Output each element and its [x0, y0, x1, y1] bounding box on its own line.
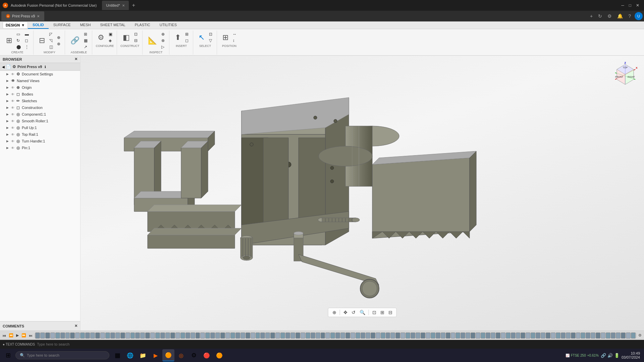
timeline-item-104[interactable] [556, 333, 560, 339]
taskbar-app-chrome[interactable]: 🟠 [162, 349, 174, 361]
timeline-item-20[interactable] [135, 333, 140, 339]
timeline-item-77[interactable] [421, 333, 425, 339]
tab-add-icon[interactable]: + [588, 13, 594, 19]
timeline-item-16[interactable] [115, 333, 120, 339]
timeline-item-65[interactable] [361, 333, 365, 339]
pos-2-btn[interactable]: ↕ [231, 38, 238, 44]
measure-btn[interactable]: 📐 [146, 35, 159, 46]
timeline-item-97[interactable] [521, 333, 525, 339]
timeline-item-19[interactable] [130, 333, 135, 339]
ribbon-tab-plastic[interactable]: PLASTIC [130, 21, 155, 29]
timeline-item-11[interactable] [90, 333, 95, 339]
timeline-item-108[interactable] [576, 333, 581, 339]
construct-2-btn[interactable]: ⊟ [132, 38, 139, 44]
tree-item-component1[interactable]: ▶ 👁 ◎ Component1:1 [0, 111, 80, 118]
construct-1-btn[interactable]: ⊡ [132, 31, 139, 37]
timeline-item-39[interactable] [230, 333, 235, 339]
timeline-item-79[interactable] [431, 333, 435, 339]
timeline-item-109[interactable] [581, 333, 585, 339]
config-1-btn[interactable]: ▣ [107, 31, 114, 37]
timeline-item-9[interactable] [80, 333, 85, 339]
configure-btn[interactable]: ⚙ [96, 32, 106, 43]
tree-item-sketches[interactable]: ▶ 👁 ✏ Sketches [0, 98, 80, 104]
tree-item-toprail[interactable]: ▶ 👁 ◎ Top Rail:1 [0, 131, 80, 138]
timeline-item-47[interactable] [270, 333, 275, 339]
timeline-item-91[interactable] [491, 333, 495, 339]
timeline-item-8[interactable] [75, 333, 80, 339]
taskbar-app-settings[interactable]: ⚙ [188, 349, 200, 361]
timeline-item-117[interactable] [621, 333, 626, 339]
display-mode-btn[interactable]: ⊡ [371, 309, 378, 316]
new-tab-button[interactable]: + [129, 2, 138, 9]
timeline-item-42[interactable] [246, 333, 250, 339]
construct-plane-btn[interactable]: ◧ [121, 32, 132, 43]
pos-1-btn[interactable]: ↔ [231, 31, 238, 37]
tree-item-namedviews[interactable]: ▶ 👁 Named Views [0, 77, 80, 84]
timeline-item-29[interactable] [180, 333, 185, 339]
timeline-item-69[interactable] [381, 333, 385, 339]
select-btn[interactable]: ↖ [197, 32, 207, 43]
insert-1-btn[interactable]: ⊞ [183, 31, 190, 37]
taskbar-app-fusion[interactable]: ◎ [175, 349, 187, 361]
box-btn[interactable]: ◻ [23, 38, 31, 44]
ribbon-tab-mesh[interactable]: MESH [75, 21, 96, 29]
more-create-btn[interactable]: ⋮ [23, 44, 31, 50]
select-filter-btn[interactable]: ▽ [207, 38, 214, 44]
minimize-button[interactable]: ─ [619, 2, 626, 8]
timeline-item-116[interactable] [616, 333, 621, 339]
settings-vp-btn[interactable]: ⊟ [387, 309, 394, 316]
revolve-btn[interactable]: ↻ [15, 38, 22, 44]
orbit-btn[interactable]: ↺ [350, 309, 357, 316]
timeline-item-99[interactable] [531, 333, 535, 339]
pan-btn[interactable]: ✥ [342, 309, 349, 316]
timeline-item-12[interactable] [95, 333, 100, 339]
timeline-item-112[interactable] [596, 333, 600, 339]
timeline-item-48[interactable] [275, 333, 280, 339]
timeline-item-110[interactable] [586, 333, 590, 339]
timeline-item-76[interactable] [416, 333, 420, 339]
timeline-item-87[interactable] [471, 333, 475, 339]
timeline-item-33[interactable] [200, 333, 205, 339]
timeline-item-22[interactable] [145, 333, 150, 339]
insert-2-btn[interactable]: ◻ [183, 38, 190, 44]
timeline-item-0[interactable] [35, 333, 40, 339]
fit-screen-btn[interactable]: ⊕ [331, 309, 338, 316]
joint-btn[interactable]: 🔗 [68, 35, 82, 46]
timeline-item-98[interactable] [526, 333, 530, 339]
timeline-item-63[interactable] [351, 333, 355, 339]
timeline-item-38[interactable] [225, 333, 230, 339]
timeline-item-30[interactable] [185, 333, 190, 339]
timeline-item-53[interactable] [301, 333, 305, 339]
timeline-item-86[interactable] [466, 333, 470, 339]
timeline-item-56[interactable] [316, 333, 320, 339]
as-built-joint-btn[interactable]: ⊞ [82, 31, 89, 37]
timeline-first-btn[interactable]: ⏮ [1, 333, 7, 338]
drive-joint-btn[interactable]: ↗ [82, 44, 89, 50]
timeline-item-85[interactable] [461, 333, 465, 339]
timeline-item-36[interactable] [215, 333, 220, 339]
timeline-item-80[interactable] [436, 333, 440, 339]
timeline-item-113[interactable] [601, 333, 605, 339]
timeline-item-93[interactable] [501, 333, 505, 339]
tree-item-turnhandle[interactable]: ▶ 👁 ◎ Turn Handle:1 [0, 138, 80, 144]
tab-untitled[interactable]: Untitled* ✕ [102, 1, 129, 10]
tray-network-icon[interactable]: 🔗 [601, 353, 606, 358]
taskbar-app-misc2[interactable]: 🟠 [213, 349, 225, 361]
timeline-item-57[interactable] [321, 333, 325, 339]
maximize-button[interactable]: □ [627, 2, 633, 8]
ribbon-tab-solid[interactable]: SOLID [28, 21, 49, 29]
timeline-item-52[interactable] [296, 333, 300, 339]
tree-item-origin[interactable]: ▶ 👁 ⊕ Origin [0, 84, 80, 91]
timeline-item-32[interactable] [196, 333, 200, 339]
timeline-item-100[interactable] [536, 333, 540, 339]
timeline-item-90[interactable] [486, 333, 490, 339]
browser-close-icon[interactable]: ✕ [74, 57, 77, 61]
timeline-item-62[interactable] [345, 333, 350, 339]
timeline-item-105[interactable] [561, 333, 566, 339]
close-button[interactable]: ✕ [634, 2, 641, 8]
timeline-item-81[interactable] [441, 333, 445, 339]
timeline-item-83[interactable] [451, 333, 455, 339]
timeline-item-26[interactable] [165, 333, 170, 339]
tab-printpress-close[interactable]: ✕ [37, 14, 40, 18]
taskbar-app-media[interactable]: ▶ [150, 349, 162, 361]
